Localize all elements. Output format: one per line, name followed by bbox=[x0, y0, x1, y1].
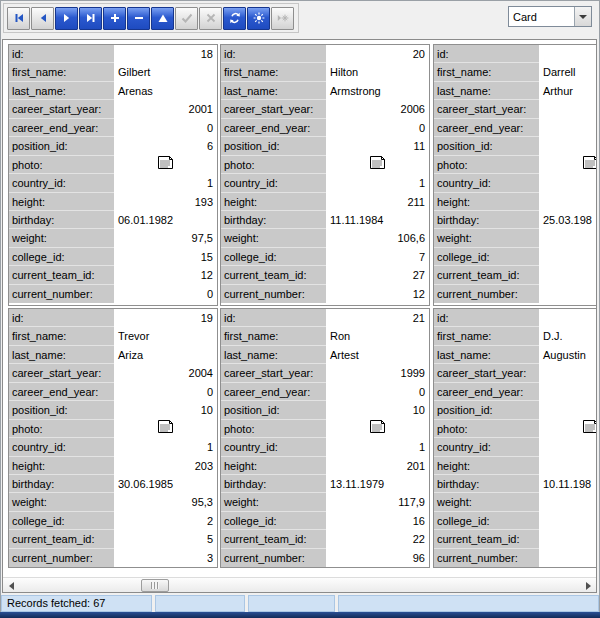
scroll-left-button[interactable] bbox=[3, 578, 19, 593]
record-card[interactable]: id:20first_name:Hiltonlast_name:Armstron… bbox=[220, 44, 430, 306]
field-value[interactable]: Armstrong bbox=[326, 82, 429, 100]
field-value[interactable]: Ron bbox=[326, 327, 429, 345]
field-value[interactable]: 10 bbox=[326, 401, 429, 419]
first-record-button[interactable] bbox=[7, 7, 30, 30]
field-value[interactable]: 193 bbox=[114, 193, 217, 211]
record-card[interactable]: id:18first_name:Gilbertlast_name:Arenasc… bbox=[8, 44, 218, 306]
field-value[interactable]: 0 bbox=[326, 383, 429, 401]
field-value[interactable]: 2 bbox=[114, 512, 217, 530]
field-value[interactable]: 106,6 bbox=[326, 229, 429, 247]
field-value[interactable] bbox=[539, 549, 597, 567]
field-value[interactable]: 6 bbox=[114, 137, 217, 155]
field-value[interactable] bbox=[539, 266, 597, 284]
field-value[interactable]: 0 bbox=[326, 119, 429, 137]
field-value[interactable]: 15 bbox=[114, 248, 217, 266]
field-value[interactable] bbox=[539, 364, 597, 382]
field-value[interactable]: 2006 bbox=[326, 100, 429, 118]
field-value[interactable]: 25.03.198 bbox=[539, 211, 597, 229]
photo-thumbnail-icon[interactable] bbox=[369, 156, 386, 174]
field-value[interactable]: 96 bbox=[326, 549, 429, 567]
field-value[interactable]: 211 bbox=[326, 193, 429, 211]
delete-record-button[interactable] bbox=[127, 7, 150, 30]
next-record-button[interactable] bbox=[55, 7, 78, 30]
field-value[interactable]: 117,9 bbox=[326, 493, 429, 511]
horizontal-scrollbar[interactable] bbox=[3, 577, 596, 592]
field-value[interactable] bbox=[326, 156, 429, 174]
field-value[interactable]: 27 bbox=[326, 266, 429, 284]
field-value[interactable]: 12 bbox=[114, 266, 217, 284]
field-value[interactable]: Hilton bbox=[326, 63, 429, 81]
field-value[interactable] bbox=[539, 45, 597, 63]
field-value[interactable]: 19 bbox=[114, 309, 217, 327]
insert-record-button[interactable] bbox=[103, 7, 126, 30]
field-value[interactable]: 203 bbox=[114, 457, 217, 475]
field-value[interactable]: 1 bbox=[326, 438, 429, 456]
field-value[interactable]: 95,3 bbox=[114, 493, 217, 511]
photo-thumbnail-icon[interactable] bbox=[582, 420, 597, 438]
refresh-button[interactable] bbox=[223, 7, 246, 30]
field-value[interactable] bbox=[539, 530, 597, 548]
field-value[interactable] bbox=[539, 100, 597, 118]
field-value[interactable]: 11.11.1984 bbox=[326, 211, 429, 229]
field-value[interactable]: 16 bbox=[326, 512, 429, 530]
field-value[interactable]: 30.06.1985 bbox=[114, 475, 217, 493]
field-value[interactable]: 5 bbox=[114, 530, 217, 548]
field-value[interactable] bbox=[114, 420, 217, 438]
cancel-fetch-button[interactable] bbox=[271, 7, 294, 30]
field-value[interactable] bbox=[539, 285, 597, 303]
field-value[interactable]: 13.11.1979 bbox=[326, 475, 429, 493]
field-value[interactable] bbox=[539, 457, 597, 475]
field-value[interactable]: 2004 bbox=[114, 364, 217, 382]
field-value[interactable]: Arenas bbox=[114, 82, 217, 100]
field-value[interactable] bbox=[539, 248, 597, 266]
field-value[interactable] bbox=[539, 383, 597, 401]
field-value[interactable]: 11 bbox=[326, 137, 429, 155]
field-value[interactable] bbox=[539, 493, 597, 511]
view-mode-combobox[interactable]: Card bbox=[508, 6, 592, 27]
field-value[interactable]: Darrell bbox=[539, 63, 597, 81]
field-value[interactable] bbox=[539, 137, 597, 155]
field-value[interactable] bbox=[539, 119, 597, 137]
field-value[interactable] bbox=[539, 438, 597, 456]
record-card[interactable]: id:first_name:D.J.last_name:Augustincare… bbox=[433, 308, 597, 568]
field-value[interactable] bbox=[539, 420, 597, 438]
field-value[interactable]: 1 bbox=[114, 174, 217, 192]
photo-thumbnail-icon[interactable] bbox=[157, 420, 174, 438]
field-value[interactable]: Ariza bbox=[114, 346, 217, 364]
field-value[interactable]: Arthur bbox=[539, 82, 597, 100]
scrollbar-thumb[interactable] bbox=[141, 579, 169, 592]
field-value[interactable] bbox=[539, 156, 597, 174]
field-value[interactable]: 10.11.198 bbox=[539, 475, 597, 493]
last-record-button[interactable] bbox=[79, 7, 102, 30]
field-value[interactable]: Trevor bbox=[114, 327, 217, 345]
photo-thumbnail-icon[interactable] bbox=[582, 156, 597, 174]
field-value[interactable]: 2001 bbox=[114, 100, 217, 118]
field-value[interactable] bbox=[539, 309, 597, 327]
field-value[interactable] bbox=[539, 229, 597, 247]
field-value[interactable]: 21 bbox=[326, 309, 429, 327]
field-value[interactable] bbox=[326, 420, 429, 438]
field-value[interactable] bbox=[539, 401, 597, 419]
post-edit-button[interactable] bbox=[175, 7, 198, 30]
field-value[interactable]: 0 bbox=[114, 285, 217, 303]
field-value[interactable]: Artest bbox=[326, 346, 429, 364]
field-value[interactable]: D.J. bbox=[539, 327, 597, 345]
field-value[interactable] bbox=[539, 512, 597, 530]
field-value[interactable]: 7 bbox=[326, 248, 429, 266]
field-value[interactable]: 1 bbox=[326, 174, 429, 192]
fetch-all-button[interactable] bbox=[247, 7, 270, 30]
field-value[interactable]: 97,5 bbox=[114, 229, 217, 247]
record-card[interactable]: id:first_name:Darrelllast_name:Arthurcar… bbox=[433, 44, 597, 306]
scroll-right-button[interactable] bbox=[580, 578, 596, 593]
prior-record-button[interactable] bbox=[31, 7, 54, 30]
field-value[interactable]: 0 bbox=[114, 119, 217, 137]
photo-thumbnail-icon[interactable] bbox=[369, 420, 386, 438]
field-value[interactable]: 0 bbox=[114, 383, 217, 401]
field-value[interactable]: 1999 bbox=[326, 364, 429, 382]
combo-dropdown-button[interactable] bbox=[574, 7, 591, 26]
field-value[interactable] bbox=[114, 156, 217, 174]
photo-thumbnail-icon[interactable] bbox=[157, 156, 174, 174]
cancel-edit-button[interactable] bbox=[199, 7, 222, 30]
record-card[interactable]: id:19first_name:Trevorlast_name:Arizacar… bbox=[8, 308, 218, 568]
field-value[interactable]: 06.01.1982 bbox=[114, 211, 217, 229]
